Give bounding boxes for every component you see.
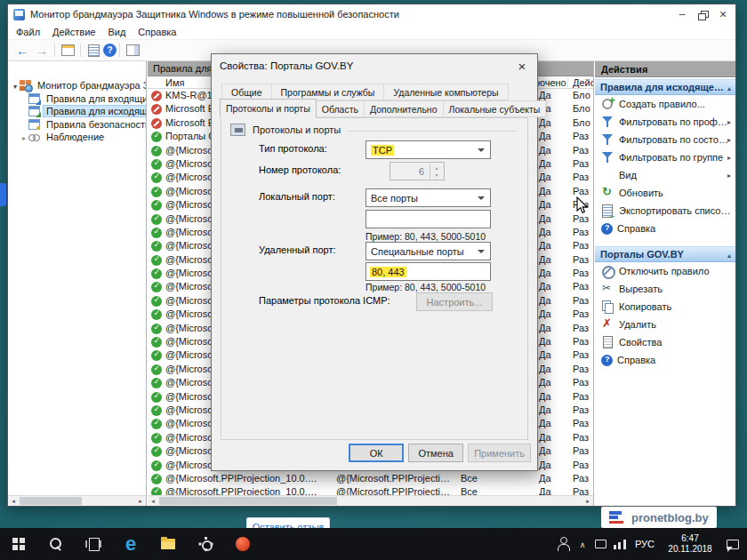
file-explorer-button[interactable] bbox=[149, 528, 187, 560]
column-header-action[interactable]: Действие bbox=[573, 76, 594, 89]
tree-item[interactable]: Правила для входящих подключений bbox=[8, 92, 146, 106]
protocol-type-combobox[interactable]: TCP bbox=[365, 140, 491, 159]
network-button[interactable] bbox=[610, 528, 630, 560]
menu-item[interactable]: Вид bbox=[108, 27, 125, 37]
action-group-header-outbound-rules[interactable]: Правила для исходящего подключения bbox=[595, 79, 735, 95]
browser-button[interactable] bbox=[224, 528, 261, 560]
minimize-button[interactable] bbox=[675, 8, 689, 21]
action-item[interactable]: Экспортировать список... bbox=[595, 202, 735, 220]
dialog-tab[interactable]: Удаленные компьютеры bbox=[383, 84, 508, 100]
action-item[interactable]: Копировать bbox=[595, 298, 735, 316]
action-item[interactable]: Обновить bbox=[595, 184, 735, 202]
dialog-buttons: ОК Отмена Применить bbox=[349, 444, 531, 462]
menu-item[interactable]: Действие bbox=[52, 27, 95, 37]
rule-enabled: Да bbox=[539, 404, 551, 417]
rule-row[interactable]: @{Microsoft.PPIProjection_10.0.16299.15.… bbox=[148, 485, 593, 495]
action-item-icon bbox=[601, 318, 614, 331]
dialog-tab[interactable]: Локальные субъекты bbox=[443, 100, 547, 117]
window-controls bbox=[675, 8, 730, 21]
task-view-button[interactable] bbox=[75, 528, 112, 560]
edge-icon bbox=[125, 534, 136, 554]
rule-action: Раз bbox=[573, 308, 589, 321]
screen-edge-tab[interactable] bbox=[0, 183, 6, 206]
language-indicator[interactable]: РУС bbox=[630, 528, 660, 560]
action-item[interactable]: Фильтровать по группе bbox=[595, 148, 735, 166]
remote-port-combobox[interactable]: Специальные порты bbox=[365, 242, 491, 260]
action-item[interactable]: Вид bbox=[595, 166, 735, 184]
action-item[interactable]: Справка bbox=[595, 220, 735, 237]
action-item[interactable]: Свойства bbox=[595, 333, 735, 351]
tree-item[interactable]: Правила безопасности подключения bbox=[8, 118, 146, 132]
back-button[interactable] bbox=[12, 42, 32, 60]
scroll-left-button[interactable] bbox=[8, 496, 19, 506]
action-item[interactable]: Фильтровать по состоянию bbox=[595, 131, 735, 148]
collapse-icon[interactable] bbox=[727, 82, 731, 92]
start-button[interactable] bbox=[0, 528, 37, 560]
clock[interactable]: 6:47 20.11.2018 bbox=[660, 528, 720, 560]
dialog-tab[interactable]: Область bbox=[316, 100, 365, 117]
close-button[interactable] bbox=[716, 8, 730, 21]
show-console-tree-button[interactable] bbox=[58, 42, 77, 60]
scroll-right-button[interactable] bbox=[582, 496, 593, 506]
local-port-input[interactable] bbox=[365, 210, 491, 228]
tree-expander-icon[interactable] bbox=[20, 132, 28, 142]
protocol-number-spinner[interactable]: 6 bbox=[390, 162, 445, 180]
action-center-button[interactable] bbox=[720, 528, 745, 560]
export-list-button[interactable] bbox=[84, 42, 103, 60]
column-header-name[interactable]: Имя bbox=[165, 76, 184, 89]
tree-item-label: Правила безопасности подключения bbox=[44, 119, 147, 130]
settings-button[interactable] bbox=[187, 528, 224, 560]
people-button[interactable] bbox=[551, 528, 574, 560]
scroll-right-button[interactable] bbox=[135, 496, 146, 506]
local-port-combobox[interactable]: Все порты bbox=[365, 188, 491, 207]
apply-button[interactable]: Применить bbox=[468, 444, 531, 462]
action-item[interactable]: Фильтровать по профилю bbox=[595, 113, 735, 131]
rule-enabled: Да bbox=[539, 280, 551, 293]
action-item[interactable]: Отключить правило bbox=[595, 262, 735, 280]
action-group-header-selected-rule[interactable]: Порталы GOV.BY bbox=[595, 246, 735, 262]
rule-row[interactable]: @{Microsoft.PPIProjection_10.0.16299.15.… bbox=[148, 472, 593, 485]
gear-icon bbox=[199, 538, 212, 550]
action-item[interactable]: Удалить bbox=[595, 316, 735, 333]
scroll-left-button[interactable] bbox=[148, 496, 158, 506]
menu-item[interactable]: Справка bbox=[138, 27, 176, 37]
dialog-tab[interactable]: Дополнительно bbox=[364, 100, 444, 117]
scrollbar-thumb[interactable] bbox=[20, 497, 82, 505]
cancel-button[interactable]: Отмена bbox=[408, 444, 463, 462]
show-hidden-icons-button[interactable] bbox=[574, 528, 590, 560]
rule-state-icon bbox=[151, 487, 162, 495]
restore-button[interactable] bbox=[695, 8, 710, 21]
action-item[interactable]: Вырезать bbox=[595, 280, 735, 298]
tree-item[interactable]: Наблюдение bbox=[8, 131, 146, 144]
help-button[interactable] bbox=[103, 44, 116, 57]
spinner-up-button[interactable] bbox=[430, 164, 443, 172]
search-button[interactable] bbox=[37, 528, 75, 560]
rule-profile: Все bbox=[461, 485, 478, 495]
rule-state-icon bbox=[151, 104, 162, 115]
tree-expander-icon[interactable] bbox=[11, 80, 20, 91]
tree-horizontal-scrollbar[interactable] bbox=[8, 495, 146, 506]
tray-device-button[interactable] bbox=[590, 528, 610, 560]
action-item-label: Удалить bbox=[619, 319, 732, 330]
rule-action: Раз bbox=[573, 280, 589, 293]
edge-browser-button[interactable] bbox=[112, 528, 149, 560]
action-item[interactable]: Создать правило... bbox=[595, 95, 735, 113]
time: 6:47 bbox=[681, 533, 698, 544]
tree-item[interactable]: Монитор брандмауэра Защитника Windows bbox=[8, 79, 146, 92]
ok-button[interactable]: ОК bbox=[349, 444, 404, 462]
dialog-tab[interactable]: Протоколы и порты bbox=[220, 99, 317, 118]
action-item-label: Экспортировать список... bbox=[619, 205, 732, 216]
action-pane-toggle-button[interactable] bbox=[123, 42, 142, 60]
remote-port-input[interactable]: 80, 443 bbox=[365, 262, 491, 281]
tree-item[interactable]: Правила для исходящего подключения bbox=[8, 105, 146, 118]
menu-item[interactable]: Файл bbox=[16, 27, 40, 37]
toolbar-separator bbox=[80, 44, 81, 57]
list-horizontal-scrollbar[interactable] bbox=[148, 495, 593, 506]
action-item[interactable]: Справка bbox=[595, 351, 735, 369]
collapse-icon[interactable] bbox=[727, 249, 731, 260]
forward-button[interactable] bbox=[32, 42, 52, 60]
spinner-down-button[interactable] bbox=[430, 172, 443, 180]
scrollbar-thumb[interactable] bbox=[159, 497, 337, 505]
dialog-close-button[interactable] bbox=[507, 54, 537, 77]
icmp-configure-button[interactable]: Настроить... bbox=[416, 292, 493, 311]
